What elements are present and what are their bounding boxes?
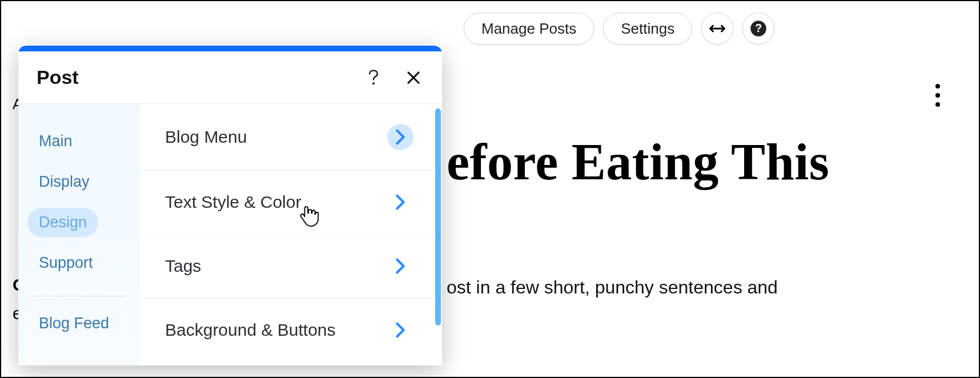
option-background-buttons[interactable]: Background & Buttons bbox=[140, 298, 442, 362]
panel-help-button[interactable] bbox=[363, 67, 384, 88]
post-settings-panel: Post Main Display Design Support Blog Fe… bbox=[18, 46, 442, 365]
panel-header: Post bbox=[18, 51, 442, 104]
panel-close-button[interactable] bbox=[403, 67, 424, 88]
chevron-right-icon bbox=[387, 124, 413, 150]
panel-title: Post bbox=[37, 66, 79, 89]
sidebar-item-display[interactable]: Display bbox=[27, 167, 101, 196]
help-button[interactable]: ? bbox=[742, 13, 774, 45]
kebab-dot-icon bbox=[935, 84, 940, 89]
article-snippet: ost in a few short, punchy sentences and bbox=[447, 277, 956, 298]
kebab-dot-icon bbox=[935, 102, 940, 107]
top-action-bar: Manage Posts Settings ? bbox=[464, 13, 774, 45]
article-title: efore Eating This bbox=[447, 132, 956, 191]
manage-posts-button[interactable]: Manage Posts bbox=[464, 13, 594, 45]
panel-accent-strip bbox=[18, 46, 442, 51]
sidebar-item-blog-feed[interactable]: Blog Feed bbox=[27, 309, 131, 338]
design-options-list: Blog Menu Text Style & Color Tags Backgr… bbox=[140, 104, 442, 365]
chevron-right-icon bbox=[387, 253, 413, 279]
sidebar-item-support[interactable]: Support bbox=[27, 248, 105, 278]
option-tags[interactable]: Tags bbox=[140, 234, 442, 298]
options-scrollbar[interactable] bbox=[435, 108, 441, 325]
svg-point-2 bbox=[372, 82, 375, 85]
close-icon bbox=[406, 70, 421, 85]
option-label: Blog Menu bbox=[165, 127, 247, 147]
option-text-style-color[interactable]: Text Style & Color bbox=[140, 170, 442, 234]
question-mark-icon bbox=[367, 69, 380, 86]
option-label: Tags bbox=[165, 256, 201, 276]
option-blog-menu[interactable]: Blog Menu bbox=[140, 104, 442, 170]
kebab-dot-icon bbox=[935, 93, 940, 98]
chevron-right-icon bbox=[387, 317, 413, 343]
stretch-button[interactable] bbox=[701, 13, 733, 45]
more-options-button[interactable] bbox=[931, 84, 945, 107]
panel-sidebar: Main Display Design Support Blog Feed bbox=[18, 104, 140, 365]
chevron-right-icon bbox=[387, 189, 413, 215]
horizontal-arrows-icon bbox=[709, 20, 726, 37]
option-label: Background & Buttons bbox=[165, 320, 336, 340]
sidebar-item-design[interactable]: Design bbox=[27, 208, 98, 237]
question-circle-icon: ? bbox=[750, 20, 767, 37]
sidebar-divider bbox=[33, 296, 125, 296]
article-preview: efore Eating This ost in a few short, pu… bbox=[447, 132, 956, 298]
option-label: Text Style & Color bbox=[165, 192, 301, 212]
settings-button[interactable]: Settings bbox=[603, 13, 692, 45]
svg-text:?: ? bbox=[755, 22, 762, 34]
sidebar-item-main[interactable]: Main bbox=[27, 127, 84, 156]
